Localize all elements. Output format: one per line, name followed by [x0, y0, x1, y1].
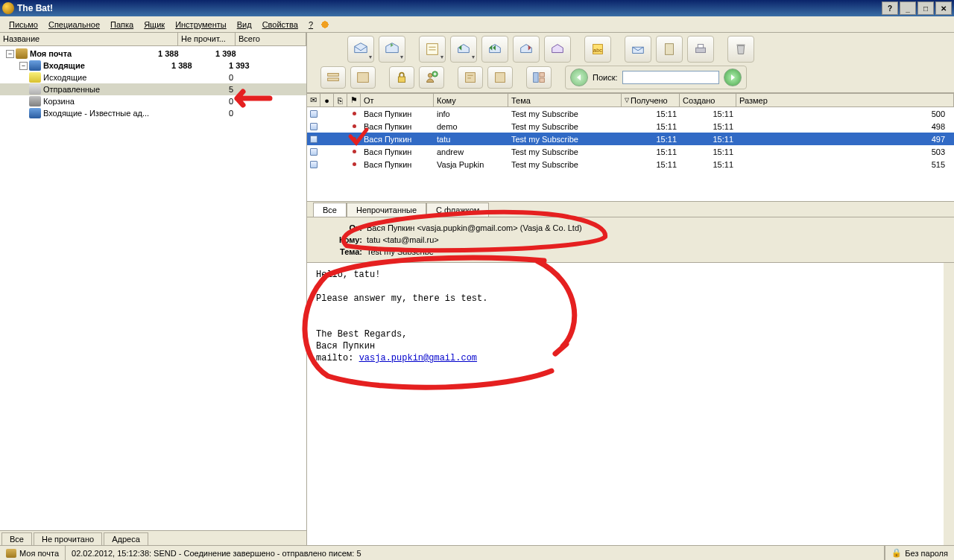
- msg-size: 500: [736, 109, 954, 119]
- message-row[interactable]: Вася ПупкинdemoTest my Subscribe15:1115:…: [307, 120, 954, 133]
- close-button[interactable]: ✕: [935, 1, 952, 15]
- tab-addresses[interactable]: Адреса: [104, 532, 148, 545]
- col-to[interactable]: Кому: [434, 94, 508, 106]
- envelope-icon: [310, 161, 318, 168]
- svg-rect-5: [698, 45, 703, 48]
- send-mail-button[interactable]: ▾: [379, 36, 405, 63]
- add-contact-button[interactable]: [419, 66, 444, 89]
- preview-body[interactable]: Hello, tatu! Please answer my, there is …: [307, 263, 954, 545]
- sort-button[interactable]: [487, 66, 513, 89]
- folder-Моя-почта[interactable]: −Моя почта1 3881 398: [0, 48, 306, 60]
- msg-to: demo: [434, 121, 508, 132]
- envelope-icon: [310, 148, 318, 156]
- search-input[interactable]: [622, 71, 719, 84]
- expand-toggle-icon[interactable]: −: [6, 50, 14, 58]
- message-row[interactable]: Вася ПупкинtatuTest my Subscribe15:1115:…: [307, 133, 954, 145]
- folder-Входящие---Известные-ад...[interactable]: Входящие - Известные ад...0: [0, 107, 306, 119]
- filter-tab-flagged[interactable]: С флажком: [426, 203, 489, 217]
- col-status-icon[interactable]: ●: [320, 94, 334, 106]
- view-headers-button[interactable]: [350, 66, 376, 89]
- msg-from: Вася Пупкин: [361, 159, 434, 170]
- folder-tree-header: Название Не прочит... Всего: [0, 33, 306, 46]
- layout-button[interactable]: [526, 66, 552, 89]
- body-email-link[interactable]: vasja.pupkin@gmail.com: [359, 353, 477, 363]
- folder-label: Корзина: [43, 97, 170, 106]
- col-size[interactable]: Размер: [736, 94, 954, 106]
- lock-button[interactable]: [389, 66, 414, 89]
- col-name[interactable]: Название: [0, 33, 178, 45]
- col-subject[interactable]: Тема: [508, 94, 622, 106]
- message-row[interactable]: Вася ПупкинinfoTest my Subscribe15:1115:…: [307, 107, 954, 120]
- receive-mail-button[interactable]: ▾: [347, 36, 374, 63]
- menu-tools[interactable]: Инструменты: [171, 19, 231, 31]
- filter-button[interactable]: [458, 66, 483, 89]
- from-label: От:: [329, 222, 362, 234]
- msg-subject: Test my Subscribe: [508, 147, 622, 157]
- folder-Отправленные[interactable]: Отправленные5: [0, 83, 306, 95]
- search-go-button[interactable]: [724, 69, 742, 86]
- mark-read-button[interactable]: [625, 36, 651, 63]
- menu-account[interactable]: Ящик: [139, 19, 169, 31]
- msg-created: 15:11: [680, 109, 736, 119]
- delete-button[interactable]: [727, 36, 754, 63]
- msg-received: 15:11: [622, 147, 680, 157]
- col-unread[interactable]: Не прочит...: [178, 33, 236, 45]
- menu-properties[interactable]: Свойства: [258, 19, 303, 31]
- menu-special[interactable]: Специальное: [44, 19, 104, 31]
- reply-all-button[interactable]: [481, 36, 508, 63]
- help-window-button[interactable]: ?: [882, 1, 898, 15]
- address-book-button[interactable]: [656, 36, 683, 63]
- menu-bar: Письмо Специальное Папка Ящик Инструмент…: [0, 16, 954, 33]
- msg-from: Вася Пупкин: [361, 121, 434, 132]
- col-created[interactable]: Создано: [680, 94, 736, 106]
- menu-help[interactable]: ?: [304, 19, 318, 31]
- expand-toggle-icon[interactable]: −: [19, 62, 28, 70]
- msg-received: 15:11: [622, 134, 680, 144]
- msg-received: 15:11: [622, 159, 680, 170]
- status-dot-icon: [353, 150, 356, 153]
- gear-icon[interactable]: [319, 19, 331, 31]
- menu-mail[interactable]: Письмо: [4, 19, 42, 31]
- svg-rect-0: [427, 44, 438, 55]
- new-message-button[interactable]: ▾: [419, 36, 446, 63]
- svg-point-11: [428, 74, 432, 78]
- total-count: 0: [227, 109, 296, 118]
- message-row[interactable]: Вася ПупкинVasja PupkinTest my Subscribe…: [307, 158, 954, 171]
- folder-Корзина[interactable]: Корзина0: [0, 95, 306, 107]
- col-received[interactable]: ▽Получено: [622, 94, 680, 106]
- message-list: ✉ ● ⎘ ⚑ От Кому Тема ▽Получено Создано Р…: [307, 93, 954, 201]
- folder-icon: [29, 96, 41, 106]
- svg-rect-17: [540, 78, 544, 83]
- view-messages-button[interactable]: [320, 66, 346, 89]
- forward-button[interactable]: [513, 36, 540, 63]
- filter-tab-all[interactable]: Все: [313, 203, 347, 217]
- unread-count: 1 388: [157, 49, 214, 58]
- tab-all[interactable]: Все: [1, 532, 32, 545]
- minimize-button[interactable]: _: [900, 1, 916, 15]
- col-flag-icon[interactable]: ⚑: [347, 94, 361, 106]
- tab-unread[interactable]: Не прочитано: [34, 532, 102, 545]
- filter-tab-unread[interactable]: Непрочитанные: [347, 203, 426, 217]
- maximize-button[interactable]: □: [917, 1, 934, 15]
- print-button[interactable]: [687, 36, 714, 63]
- toolbar-area: ▾ ▾ ▾ ▾ abc: [307, 33, 954, 93]
- app-logo-icon: [2, 2, 14, 14]
- spellcheck-button[interactable]: abc: [584, 36, 611, 63]
- envelope-icon: [310, 110, 318, 118]
- message-row[interactable]: Вася ПупкинandrewTest my Subscribe15:111…: [307, 145, 954, 158]
- menu-view[interactable]: Вид: [233, 19, 256, 31]
- col-attachment-icon[interactable]: ⎘: [334, 94, 347, 106]
- col-envelope-icon[interactable]: ✉: [307, 94, 320, 106]
- search-back-button[interactable]: [570, 69, 588, 86]
- total-count: 1 393: [227, 61, 296, 70]
- col-total[interactable]: Всего: [236, 33, 306, 45]
- redirect-button[interactable]: [544, 36, 571, 63]
- status-password: 🔒Без пароля: [885, 546, 954, 560]
- folder-icon: [29, 60, 41, 71]
- body-line2: Please answer my, there is test.: [316, 293, 935, 305]
- col-from[interactable]: От: [361, 94, 434, 106]
- reply-button[interactable]: ▾: [450, 36, 477, 63]
- folder-Входящие[interactable]: −Входящие1 3881 393: [0, 60, 306, 71]
- menu-folder[interactable]: Папка: [106, 19, 138, 31]
- folder-Исходящие[interactable]: Исходящие0: [0, 71, 306, 83]
